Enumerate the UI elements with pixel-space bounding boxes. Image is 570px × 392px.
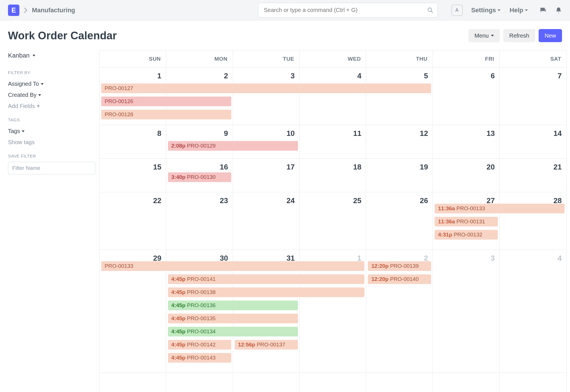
calendar-event[interactable]: 11:36a PRO-00133: [435, 204, 565, 213]
filter-label: Created By: [8, 92, 36, 98]
day-number: 22: [102, 195, 163, 207]
calendar-day-cell[interactable]: 13: [433, 125, 500, 159]
calendar-event[interactable]: 4:31p PRO-00132: [435, 230, 498, 240]
day-number: 7: [502, 70, 563, 82]
calendar-day-cell[interactable]: 22: [100, 192, 166, 250]
filter-name-input[interactable]: [8, 162, 95, 174]
caret-down-icon: [22, 130, 25, 132]
add-fields[interactable]: Add Fields: [8, 101, 92, 112]
calendar-day-cell[interactable]: 6: [433, 68, 500, 125]
calendar-event[interactable]: 12:20p PRO-00139: [368, 261, 431, 271]
day-number: 8: [102, 127, 163, 140]
help-menu[interactable]: Help: [507, 5, 531, 16]
calendar-day-cell[interactable]: 20: [433, 159, 500, 192]
calendar-event[interactable]: 4:45p PRO-00136: [168, 301, 298, 310]
filter-assigned-to[interactable]: Assigned To: [8, 78, 92, 89]
calendar-day-cell[interactable]: [233, 373, 300, 392]
calendar-day-cell[interactable]: [300, 373, 366, 392]
show-tags[interactable]: Show tags: [8, 137, 92, 148]
calendar-day-cell[interactable]: 3: [233, 68, 300, 125]
calendar-event[interactable]: 4:45p PRO-00142: [168, 340, 231, 350]
caret-down-icon: [41, 83, 44, 85]
show-tags-label: Show tags: [8, 139, 35, 146]
new-label: New: [545, 32, 556, 39]
calendar-day-cell[interactable]: 26: [366, 192, 433, 250]
calendar-day-cell[interactable]: 14: [500, 125, 566, 159]
view-switch[interactable]: Kanban: [8, 50, 92, 64]
calendar-day-header: FRI: [433, 50, 500, 68]
calendar-day-cell[interactable]: [500, 373, 566, 392]
settings-menu[interactable]: Settings: [468, 5, 504, 16]
calendar-day-cell[interactable]: 25: [300, 192, 366, 250]
day-number: [303, 375, 363, 379]
filter-created-by[interactable]: Created By: [8, 89, 92, 101]
day-number: 11: [303, 127, 363, 140]
refresh-button[interactable]: Refresh: [503, 29, 535, 42]
caret-down-icon: [498, 9, 500, 11]
menu-button[interactable]: Menu: [468, 29, 500, 42]
calendar-event[interactable]: 2:08p PRO-00129: [168, 141, 298, 151]
calendar-event[interactable]: 4:45p PRO-00134: [168, 327, 298, 336]
calendar-event[interactable]: PRO-00133: [101, 261, 364, 271]
calendar-day-cell[interactable]: 28: [500, 192, 566, 250]
user-avatar[interactable]: A: [451, 5, 463, 16]
calendar-event[interactable]: 3:40p PRO-00130: [168, 172, 231, 182]
settings-label: Settings: [471, 7, 496, 14]
calendar-day-cell[interactable]: 11: [300, 125, 366, 159]
calendar-header-row: SUNMONTUEWEDTHUFRISAT: [100, 50, 566, 68]
calendar-event[interactable]: 4:45p PRO-00141: [168, 274, 365, 284]
sidebar-heading-tags: TAGS: [8, 117, 92, 122]
day-number: 3: [436, 252, 496, 264]
calendar: SUNMONTUEWEDTHUFRISAT 123456789101112131…: [99, 50, 567, 392]
day-number: 3: [236, 70, 297, 82]
calendar-day-cell[interactable]: 4: [300, 68, 366, 125]
day-number: 24: [236, 195, 297, 207]
day-number: 20: [436, 161, 496, 173]
bell-icon[interactable]: [555, 7, 562, 14]
calendar-day-cell[interactable]: 3: [433, 250, 500, 373]
calendar-event[interactable]: PRO-00126: [101, 97, 231, 106]
tags-label: Tags: [8, 128, 20, 134]
sidebar-heading-save-filter: SAVE FILTER: [8, 154, 92, 158]
calendar-event[interactable]: 12:20p PRO-00140: [368, 274, 431, 284]
calendar-day-cell[interactable]: 12: [366, 125, 433, 159]
calendar-day-cell[interactable]: 17: [233, 159, 300, 192]
calendar-day-cell[interactable]: [100, 373, 166, 392]
calendar-event[interactable]: PRO-00127: [101, 83, 431, 93]
calendar-day-cell[interactable]: [366, 373, 433, 392]
search-input[interactable]: [258, 3, 437, 17]
calendar-event[interactable]: 4:45p PRO-00138: [168, 287, 365, 297]
app-logo[interactable]: E: [8, 5, 19, 16]
day-number: 21: [502, 161, 563, 173]
calendar-day-cell[interactable]: 7: [500, 68, 566, 125]
calendar-day-cell[interactable]: 19: [366, 159, 433, 192]
calendar-day-cell[interactable]: 18: [300, 159, 366, 192]
day-number: 23: [169, 195, 230, 207]
calendar-day-cell[interactable]: 5: [366, 68, 433, 125]
calendar-day-cell[interactable]: 24: [233, 192, 300, 250]
day-number: [436, 375, 496, 379]
calendar-event[interactable]: PRO-00128: [101, 110, 231, 119]
calendar-event[interactable]: 11:36a PRO-00131: [435, 217, 498, 226]
calendar-event[interactable]: 12:56p PRO-00137: [235, 340, 298, 350]
day-number: [236, 375, 297, 379]
global-search[interactable]: [258, 3, 438, 18]
calendar-day-cell[interactable]: 15: [100, 159, 166, 192]
day-number: [369, 375, 430, 379]
new-button[interactable]: New: [539, 29, 562, 42]
calendar-body: 1234567891011121314151617181920212223242…: [100, 68, 566, 392]
calendar-day-cell[interactable]: 4: [500, 250, 566, 373]
calendar-event[interactable]: 4:45p PRO-00143: [168, 353, 231, 363]
chat-icon[interactable]: [539, 7, 547, 14]
calendar-event[interactable]: 4:45p PRO-00135: [168, 314, 298, 323]
calendar-day-cell[interactable]: [433, 373, 500, 392]
calendar-day-cell[interactable]: 23: [166, 192, 233, 250]
caret-down-icon: [38, 94, 41, 96]
tags-dropdown[interactable]: Tags: [8, 126, 92, 137]
breadcrumb-manufacturing[interactable]: Manufacturing: [32, 7, 75, 14]
day-number: 5: [369, 70, 430, 82]
menu-label: Menu: [474, 32, 489, 39]
calendar-day-cell[interactable]: 21: [500, 159, 566, 192]
calendar-day-cell[interactable]: [166, 373, 233, 392]
calendar-day-cell[interactable]: 8: [100, 125, 166, 159]
